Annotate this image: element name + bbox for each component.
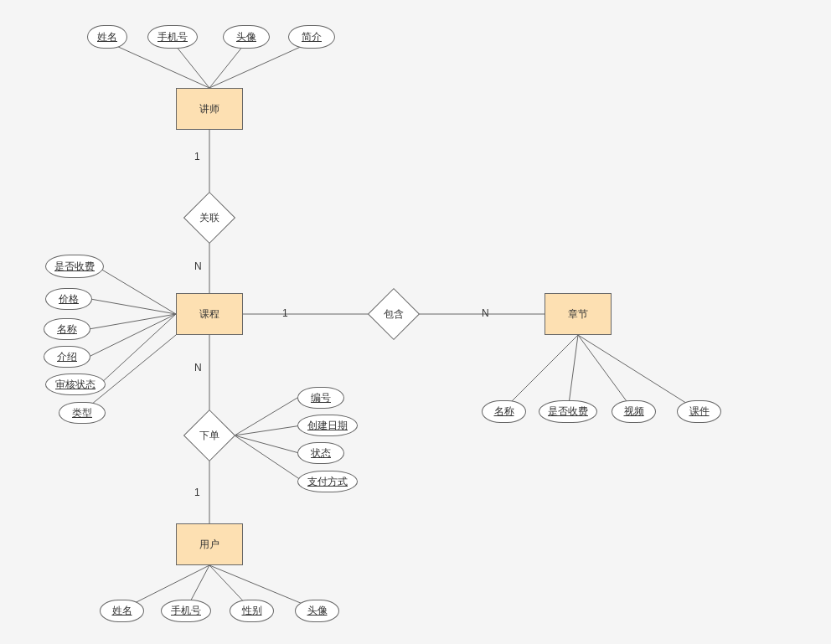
svg-line-23	[235, 435, 303, 482]
entity-chapter: 章节	[545, 293, 612, 335]
svg-line-3	[209, 42, 312, 88]
attr-user-phone: 手机号	[161, 600, 211, 622]
attr-chapter-name: 名称	[482, 400, 526, 423]
relation-contain: 包含	[369, 289, 419, 339]
svg-line-16	[578, 335, 633, 410]
svg-line-10	[101, 314, 176, 384]
entity-lecturer: 讲师	[176, 88, 243, 130]
attr-lecturer-phone: 手机号	[147, 25, 198, 49]
attr-order-status: 状态	[297, 442, 344, 464]
entity-user: 用户	[176, 523, 243, 565]
attr-user-name: 姓名	[100, 600, 144, 622]
attr-order-paymethod: 支付方式	[297, 471, 358, 492]
svg-line-17	[578, 335, 698, 410]
card-relate-course: N	[194, 260, 202, 272]
attr-chapter-video: 视频	[612, 400, 656, 423]
svg-line-2	[209, 42, 246, 88]
attr-lecturer-name: 姓名	[87, 25, 127, 49]
card-lecturer-relate: 1	[194, 151, 200, 162]
attr-course-ischarge: 是否收费	[45, 255, 104, 278]
attr-course-price: 价格	[45, 288, 92, 310]
attr-course-intro: 介绍	[44, 346, 90, 368]
relation-contain-label: 包含	[384, 307, 404, 322]
svg-line-21	[235, 425, 302, 435]
card-course-order: N	[194, 362, 202, 374]
attr-user-gender: 性别	[230, 600, 274, 622]
svg-line-8	[89, 314, 176, 329]
svg-line-1	[173, 42, 209, 88]
attr-chapter-courseware: 课件	[677, 400, 721, 423]
svg-line-9	[89, 314, 176, 357]
card-contain-chapter: N	[482, 307, 489, 319]
relation-relate: 关联	[184, 193, 235, 243]
svg-line-7	[90, 299, 176, 314]
attr-order-no: 编号	[297, 387, 344, 409]
attr-course-type: 类型	[59, 402, 106, 424]
svg-line-0	[107, 42, 209, 88]
attr-lecturer-intro: 简介	[288, 25, 335, 49]
svg-line-20	[235, 398, 297, 435]
relation-order: 下单	[184, 410, 235, 461]
card-order-user: 1	[194, 487, 200, 498]
relation-relate-label: 关联	[199, 211, 219, 225]
attr-course-audit: 审核状态	[45, 374, 106, 395]
entity-course: 课程	[176, 293, 243, 335]
svg-line-11	[82, 335, 176, 412]
svg-line-14	[503, 335, 578, 410]
svg-line-6	[96, 266, 176, 314]
relation-order-label: 下单	[199, 429, 219, 443]
attr-chapter-ischarge: 是否收费	[539, 400, 597, 423]
attr-lecturer-avatar: 头像	[223, 25, 270, 49]
attr-course-name: 名称	[44, 318, 90, 340]
card-course-contain: 1	[282, 307, 288, 319]
svg-line-22	[235, 435, 299, 453]
svg-line-15	[568, 335, 578, 410]
attr-order-date: 创建日期	[297, 415, 358, 436]
er-diagram-canvas: { "entities": { "lecturer": "讲师", "cours…	[0, 0, 831, 644]
attr-user-avatar: 头像	[295, 600, 339, 622]
